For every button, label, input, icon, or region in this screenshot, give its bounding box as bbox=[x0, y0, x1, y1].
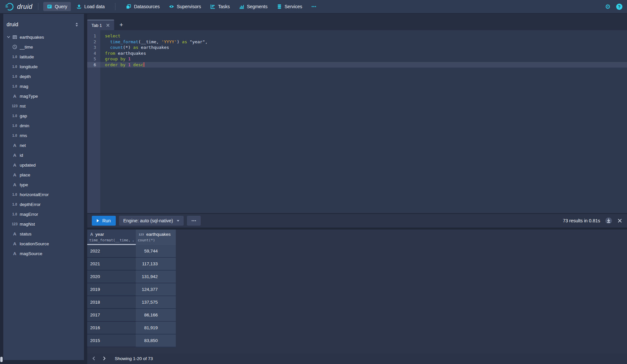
help-icon[interactable]: ? bbox=[616, 4, 622, 10]
nav-item-tasks[interactable]: Tasks bbox=[207, 2, 233, 11]
sql-token: order by bbox=[105, 62, 126, 67]
druid-logo-icon bbox=[5, 2, 14, 11]
float-type-icon: 1.0 bbox=[12, 134, 17, 137]
cell-year[interactable]: 2017 bbox=[87, 309, 136, 322]
pagination: Showing 1-20 of 73 bbox=[87, 353, 627, 364]
nav-item-label: Load data bbox=[84, 4, 105, 9]
cell-year[interactable]: 2022 bbox=[87, 245, 136, 258]
nav-item-supervisors[interactable]: Supervisors bbox=[165, 2, 205, 11]
chevron-down-icon bbox=[177, 220, 179, 222]
scrollbar-thumb[interactable] bbox=[0, 357, 3, 362]
table-row: 201583,850 bbox=[87, 334, 627, 347]
cell-year[interactable]: 2016 bbox=[87, 322, 136, 334]
cell-year[interactable]: 2019 bbox=[87, 283, 136, 296]
field-row-deptherror[interactable]: 1.0depthError bbox=[3, 199, 84, 209]
sql-token: 'YYYY' bbox=[161, 39, 177, 44]
field-row-nst[interactable]: 123nst bbox=[3, 101, 84, 111]
supervisors-icon bbox=[169, 4, 174, 9]
cell-earthquakes[interactable]: 124,377 bbox=[136, 283, 176, 296]
editor-line[interactable]: order by 1 desc bbox=[100, 62, 627, 68]
sql-token: select bbox=[105, 33, 120, 38]
field-row-updated[interactable]: Aupdated bbox=[3, 160, 84, 170]
field-name: magNst bbox=[20, 222, 35, 227]
cell-earthquakes[interactable]: 117,133 bbox=[136, 258, 176, 271]
cell-year[interactable]: 2020 bbox=[87, 271, 136, 283]
column-header-earthquakes[interactable]: 123 earthquakes count(*) bbox=[136, 230, 176, 245]
field-row-dmin[interactable]: 1.0dmin bbox=[3, 121, 84, 131]
sql-editor[interactable]: 123456 select time_format(__time, 'YYYY'… bbox=[87, 30, 627, 213]
editor-line[interactable]: from earthquakes bbox=[100, 51, 627, 56]
field-name: status bbox=[20, 232, 31, 236]
cell-earthquakes[interactable]: 81,919 bbox=[136, 322, 176, 334]
field-row-magnst[interactable]: 123magNst bbox=[3, 219, 84, 229]
float-type-icon: 1.0 bbox=[12, 212, 17, 216]
settings-gear-icon[interactable]: ⚙ bbox=[605, 4, 611, 10]
field-name: depthError bbox=[20, 202, 41, 207]
new-tab-button[interactable]: + bbox=[114, 20, 129, 30]
run-bar: Run Engine: auto (sql-native) 73 results… bbox=[87, 213, 627, 228]
tab-query-1[interactable]: Tab 1 bbox=[87, 20, 114, 30]
field-row-status[interactable]: Astatus bbox=[3, 229, 84, 239]
nav-item-datasources[interactable]: Datasources bbox=[122, 2, 163, 11]
editor-line[interactable]: select bbox=[100, 33, 627, 39]
cell-year[interactable]: 2021 bbox=[87, 258, 136, 271]
field-row-type[interactable]: Atype bbox=[3, 180, 84, 190]
field-row-longitude[interactable]: 1.0longitude bbox=[3, 62, 84, 71]
nav-item-services[interactable]: Services bbox=[273, 2, 306, 11]
field-row-magtype[interactable]: AmagType bbox=[3, 91, 84, 101]
editor-line[interactable]: count(*) as earthquakes bbox=[100, 45, 627, 51]
cell-earthquakes[interactable]: 86,166 bbox=[136, 309, 176, 322]
column-header-year[interactable]: A year time_format(__time, … bbox=[87, 230, 136, 245]
chevron-down-icon[interactable] bbox=[7, 35, 10, 39]
field-row-place[interactable]: Aplace bbox=[3, 170, 84, 180]
engine-select[interactable]: Engine: auto (sql-native) bbox=[119, 216, 184, 226]
editor-line[interactable]: group by 1 bbox=[100, 56, 627, 62]
prev-page-button[interactable] bbox=[89, 354, 99, 363]
field-row-locationsource[interactable]: AlocationSource bbox=[3, 239, 84, 249]
sql-token: earthquakes bbox=[115, 51, 146, 56]
table-row-earthquakes[interactable]: earthquakes bbox=[3, 32, 84, 42]
close-results-icon[interactable] bbox=[617, 218, 622, 223]
run-button[interactable]: Run bbox=[92, 216, 116, 226]
tab-bar: Tab 1 + bbox=[87, 14, 627, 30]
cell-year[interactable]: 2018 bbox=[87, 296, 136, 309]
cell-year[interactable]: 2015 bbox=[87, 334, 136, 347]
editor-line[interactable]: time_format(__time, 'YYYY') as "year", bbox=[100, 39, 627, 45]
nav-item-query[interactable]: Query bbox=[43, 2, 71, 11]
field-row-magerror[interactable]: 1.0magError bbox=[3, 209, 84, 219]
download-icon[interactable] bbox=[605, 217, 612, 224]
nav-item-load-data[interactable]: Load data bbox=[73, 2, 108, 11]
query-more-button[interactable] bbox=[187, 216, 201, 226]
brand[interactable]: druid bbox=[5, 2, 33, 11]
cell-earthquakes[interactable]: 59,744 bbox=[136, 245, 176, 258]
nav-item-segments[interactable]: Segments bbox=[235, 2, 271, 11]
cell-earthquakes[interactable]: 131,942 bbox=[136, 271, 176, 283]
sql-token: from bbox=[105, 51, 115, 56]
field-row-id[interactable]: Aid bbox=[3, 150, 84, 160]
field-row-latitude[interactable]: 1.0latitude bbox=[3, 52, 84, 62]
cell-earthquakes[interactable]: 137,575 bbox=[136, 296, 176, 309]
close-tab-icon[interactable] bbox=[106, 23, 110, 27]
double-caret-sort-icon[interactable] bbox=[74, 22, 79, 27]
field-row-mag[interactable]: 1.0mag bbox=[3, 81, 84, 91]
field-row-depth[interactable]: 1.0depth bbox=[3, 71, 84, 81]
field-row-horizontalerror[interactable]: 1.0horizontalError bbox=[3, 190, 84, 199]
segments-icon bbox=[239, 4, 244, 9]
editor-code[interactable]: select time_format(__time, 'YYYY') as "y… bbox=[100, 30, 627, 213]
next-page-button[interactable] bbox=[99, 354, 110, 363]
field-row-gap[interactable]: 1.0gap bbox=[3, 111, 84, 121]
table-row: 2018137,575 bbox=[87, 296, 627, 309]
content: druid earthquakes__time1.0latitude1.0lon… bbox=[0, 13, 627, 364]
field-name: dmin bbox=[20, 123, 29, 128]
cell-earthquakes[interactable]: 83,850 bbox=[136, 334, 176, 347]
field-name: updated bbox=[20, 163, 36, 168]
field-row-rms[interactable]: 1.0rms bbox=[3, 131, 84, 140]
nav-item-more[interactable] bbox=[308, 2, 320, 11]
field-row-net[interactable]: Anet bbox=[3, 140, 84, 150]
sql-token bbox=[105, 45, 110, 50]
field-row-time[interactable]: __time bbox=[3, 42, 84, 52]
string-type-icon: A bbox=[12, 241, 17, 246]
table-row: 202259,744 bbox=[87, 245, 627, 258]
field-row-magsource[interactable]: AmagSource bbox=[3, 249, 84, 258]
field-name: horizontalError bbox=[20, 192, 49, 197]
